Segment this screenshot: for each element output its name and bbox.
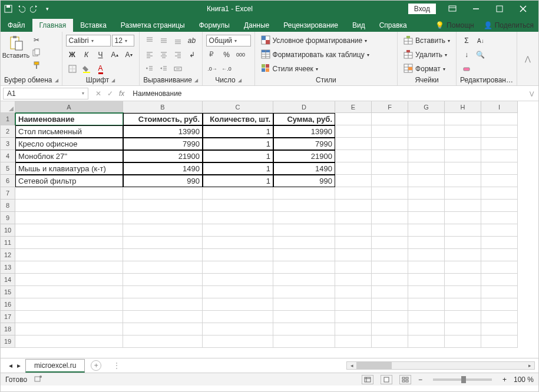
- zoom-level[interactable]: 100 %: [514, 376, 534, 384]
- cell[interactable]: [203, 224, 273, 237]
- decrease-indent-button[interactable]: [143, 63, 156, 75]
- cell[interactable]: [372, 311, 408, 323]
- cell[interactable]: [481, 298, 518, 311]
- sheet-splitter[interactable]: ⋮: [113, 361, 120, 370]
- cell[interactable]: [372, 335, 408, 348]
- dialog-launcher-icon[interactable]: ◢: [194, 78, 198, 83]
- decrease-font-button[interactable]: A▾: [123, 49, 135, 61]
- cell[interactable]: [273, 200, 335, 212]
- cell[interactable]: [408, 335, 445, 348]
- orientation-button[interactable]: ab: [186, 35, 199, 46]
- cell[interactable]: [273, 224, 335, 237]
- column-header[interactable]: D: [273, 101, 335, 113]
- cell[interactable]: [123, 187, 203, 200]
- tab-help[interactable]: Справка: [372, 19, 414, 32]
- cell[interactable]: [123, 200, 203, 212]
- cell[interactable]: [445, 224, 481, 237]
- cell[interactable]: [445, 249, 481, 261]
- cell[interactable]: Мышь и клавиатура (к-т): [15, 162, 123, 175]
- signin-button[interactable]: Вход: [408, 4, 436, 14]
- cell[interactable]: [372, 187, 408, 200]
- underline-button[interactable]: Ч: [94, 49, 107, 61]
- cell[interactable]: [408, 286, 445, 298]
- cell[interactable]: [408, 249, 445, 261]
- cell[interactable]: [372, 286, 408, 298]
- cell[interactable]: [203, 335, 273, 348]
- cell[interactable]: [335, 298, 372, 311]
- cell[interactable]: [123, 212, 203, 224]
- increase-decimal-button[interactable]: .0→: [206, 63, 219, 75]
- cell[interactable]: [481, 113, 518, 125]
- tab-formulas[interactable]: Формулы: [192, 19, 237, 32]
- increase-font-button[interactable]: A▴: [108, 49, 121, 61]
- cell[interactable]: Сумма, руб.: [273, 113, 335, 125]
- cell[interactable]: [203, 274, 273, 286]
- cell[interactable]: [372, 113, 408, 125]
- cell[interactable]: [123, 274, 203, 286]
- cell[interactable]: Сетевой фильтр: [15, 175, 123, 187]
- insert-cells-button[interactable]: Вставить▾: [401, 34, 452, 47]
- row-header[interactable]: 1: [1, 113, 15, 125]
- cell[interactable]: [335, 138, 372, 150]
- font-color-button[interactable]: А: [94, 63, 107, 75]
- cell[interactable]: [445, 113, 481, 125]
- tab-insert[interactable]: Вставка: [73, 19, 114, 32]
- wrap-text-button[interactable]: ↲: [186, 49, 199, 61]
- column-header[interactable]: H: [445, 101, 481, 113]
- cell[interactable]: [273, 311, 335, 323]
- fill-button[interactable]: ↓: [460, 49, 473, 61]
- cell[interactable]: 21900: [123, 150, 203, 162]
- column-header[interactable]: A: [15, 101, 123, 113]
- cell[interactable]: [372, 261, 408, 274]
- cell[interactable]: [335, 335, 372, 348]
- cell[interactable]: [372, 323, 408, 335]
- cell[interactable]: [445, 187, 481, 200]
- page-break-view-button[interactable]: [399, 375, 411, 384]
- cell[interactable]: [481, 237, 518, 249]
- cell[interactable]: [203, 298, 273, 311]
- column-header[interactable]: B: [123, 101, 203, 113]
- cell[interactable]: [372, 224, 408, 237]
- row-header[interactable]: 19: [1, 335, 15, 348]
- cell[interactable]: Стоимость, руб.: [123, 113, 203, 125]
- cell[interactable]: [123, 323, 203, 335]
- format-table-button[interactable]: Форматировать как таблицу▾: [259, 48, 394, 61]
- cell[interactable]: [273, 298, 335, 311]
- cell[interactable]: [481, 200, 518, 212]
- font-size-combo[interactable]: 12▾: [112, 35, 134, 46]
- cell[interactable]: [481, 323, 518, 335]
- cell[interactable]: [481, 261, 518, 274]
- row-header[interactable]: 5: [1, 162, 15, 175]
- cell[interactable]: [203, 323, 273, 335]
- row-header[interactable]: 8: [1, 200, 15, 212]
- tab-view[interactable]: Вид: [345, 19, 372, 32]
- cell[interactable]: [203, 187, 273, 200]
- cell[interactable]: [15, 335, 123, 348]
- scroll-thumb[interactable]: [356, 362, 392, 369]
- scroll-left-icon[interactable]: ◂: [347, 362, 356, 369]
- cell[interactable]: [408, 150, 445, 162]
- cell[interactable]: [335, 125, 372, 138]
- cut-button[interactable]: ✂: [30, 34, 43, 46]
- tell-me-button[interactable]: 💡Помощн: [431, 19, 479, 32]
- cell[interactable]: [445, 261, 481, 274]
- cell[interactable]: [408, 187, 445, 200]
- redo-icon[interactable]: [30, 5, 38, 13]
- cell[interactable]: [408, 224, 445, 237]
- cell[interactable]: 1: [203, 138, 273, 150]
- cell[interactable]: [335, 261, 372, 274]
- cell[interactable]: [335, 286, 372, 298]
- cell[interactable]: [445, 311, 481, 323]
- cell[interactable]: [445, 274, 481, 286]
- cell[interactable]: [123, 335, 203, 348]
- cell[interactable]: [273, 187, 335, 200]
- row-header[interactable]: 2: [1, 125, 15, 138]
- cell[interactable]: [273, 261, 335, 274]
- tab-review[interactable]: Рецензирование: [276, 19, 345, 32]
- row-header[interactable]: 10: [1, 224, 15, 237]
- cell[interactable]: [372, 175, 408, 187]
- cell[interactable]: [445, 150, 481, 162]
- cell[interactable]: [123, 311, 203, 323]
- close-icon[interactable]: [511, 1, 535, 17]
- sheet-nav-next-icon[interactable]: ▸: [17, 361, 21, 370]
